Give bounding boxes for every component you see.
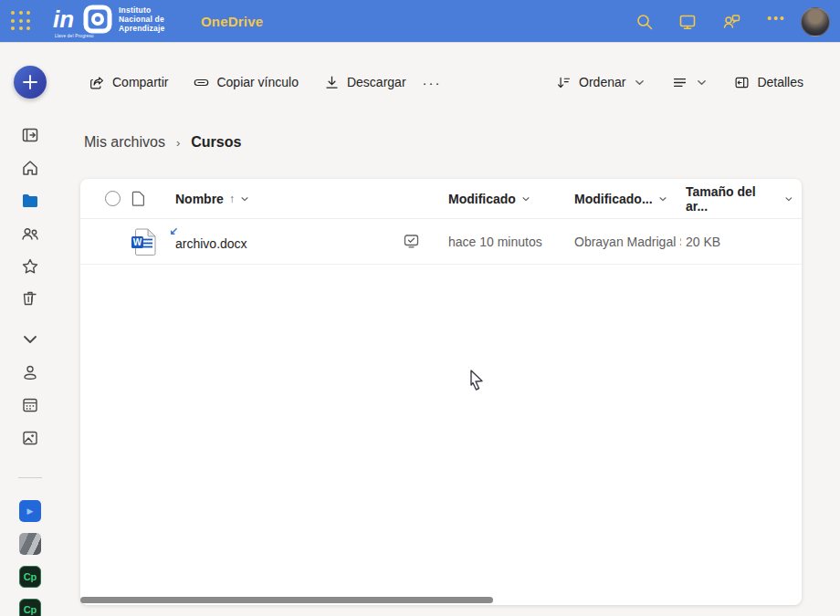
download-icon bbox=[324, 75, 340, 90]
ina-logo[interactable]: in Instituto Nacional de Aprendizaje bbox=[53, 4, 164, 35]
file-row-archivo-docx[interactable]: W archivo.docx hace 10 minutos Obraya bbox=[80, 219, 802, 265]
top-app-bar: in Instituto Nacional de Aprendizaje Lla… bbox=[0, 0, 840, 43]
modified-header-label: Modificado bbox=[448, 192, 516, 206]
list-view-icon bbox=[672, 75, 688, 90]
toolbar-more-button[interactable]: ··· bbox=[415, 71, 449, 94]
chevron-down-icon bbox=[784, 194, 793, 204]
search-icon[interactable] bbox=[635, 13, 654, 31]
table-header-row: Nombre ↑ Modificado Modificado... Tamaño… bbox=[80, 179, 802, 219]
onedrive-window: in Instituto Nacional de Aprendizaje Lla… bbox=[0, 0, 840, 616]
copy-link-label: Copiar vínculo bbox=[216, 75, 299, 89]
expand-panel-icon[interactable] bbox=[21, 126, 39, 144]
breadcrumb-my-files[interactable]: Mis archivos bbox=[84, 134, 165, 151]
captivate-app-tile-2[interactable]: Cp bbox=[19, 599, 41, 616]
column-header-name[interactable]: Nombre ↑ bbox=[175, 179, 404, 218]
photo-thumbnail-tile[interactable] bbox=[19, 533, 41, 555]
app-title: OneDrive bbox=[201, 14, 263, 29]
breadcrumb: Mis archivos › Cursos bbox=[84, 134, 241, 151]
svg-text:in: in bbox=[53, 5, 74, 33]
person-icon[interactable] bbox=[21, 363, 39, 381]
download-button[interactable]: Descargar bbox=[315, 71, 415, 94]
chevron-down-icon[interactable] bbox=[21, 330, 39, 349]
sort-ascending-icon: ↑ bbox=[229, 193, 235, 205]
chevron-down-icon bbox=[635, 78, 645, 88]
chevron-down-icon bbox=[521, 194, 530, 204]
details-button[interactable]: Detalles bbox=[725, 71, 813, 94]
column-header-modified-by[interactable]: Modificado... bbox=[574, 179, 681, 218]
file-size: 20 KB bbox=[686, 235, 720, 249]
ina-slogan: Llave del Progreso bbox=[55, 34, 94, 38]
file-modified-time: hace 10 minutos bbox=[448, 235, 542, 249]
horizontal-scrollbar[interactable] bbox=[80, 597, 493, 603]
size-header-label: Tamaño del ar... bbox=[686, 184, 779, 214]
file-modified-by: Obrayan Madrigal S bbox=[574, 235, 681, 249]
add-new-button[interactable] bbox=[14, 66, 47, 99]
recycle-bin-icon[interactable] bbox=[21, 289, 39, 308]
command-toolbar: Compartir Copiar vínculo Descargar ··· bbox=[80, 68, 813, 97]
chevron-down-icon bbox=[697, 78, 707, 88]
more-options-icon[interactable]: ••• bbox=[767, 11, 786, 26]
stream-app-tile[interactable]: ▶ bbox=[19, 500, 41, 522]
sort-button[interactable]: Ordenar bbox=[547, 71, 654, 94]
file-list-card: Nombre ↑ Modificado Modificado... Tamaño… bbox=[80, 179, 802, 605]
sync-status-icon[interactable] bbox=[404, 234, 419, 249]
file-name[interactable]: archivo.docx bbox=[175, 236, 247, 251]
photos-icon[interactable] bbox=[21, 429, 39, 447]
share-icon bbox=[89, 75, 105, 90]
word-file-icon: W bbox=[131, 228, 156, 256]
share-button[interactable]: Compartir bbox=[80, 71, 177, 94]
stream-glyph: ▶ bbox=[27, 506, 34, 516]
account-avatar[interactable] bbox=[801, 7, 830, 37]
details-label: Detalles bbox=[757, 75, 803, 89]
favorites-star-icon[interactable] bbox=[21, 257, 39, 276]
column-header-modified[interactable]: Modificado bbox=[448, 179, 558, 218]
ina-logo-text: Instituto Nacional de Aprendizaje bbox=[119, 5, 164, 33]
sort-icon bbox=[556, 75, 572, 90]
home-icon[interactable] bbox=[21, 159, 39, 177]
share-label: Compartir bbox=[112, 75, 168, 89]
view-selector-button[interactable] bbox=[663, 71, 716, 94]
svg-text:W: W bbox=[133, 237, 142, 247]
chevron-down-icon bbox=[240, 194, 249, 204]
breadcrumb-current-folder: Cursos bbox=[191, 134, 241, 151]
captivate-glyph-2: Cp bbox=[24, 604, 37, 615]
shared-people-icon[interactable] bbox=[21, 224, 39, 243]
select-all-checkbox[interactable] bbox=[105, 191, 121, 206]
modified-by-header-label: Modificado... bbox=[574, 192, 653, 206]
device-monitor-icon[interactable] bbox=[678, 13, 697, 31]
ina-logo-mark: in bbox=[53, 4, 115, 35]
left-navigation-rail: ▶ Cp Cp bbox=[0, 43, 60, 616]
captivate-app-tile[interactable]: Cp bbox=[19, 566, 41, 588]
breadcrumb-separator: › bbox=[176, 136, 180, 150]
app-launcher-waffle-icon[interactable] bbox=[11, 11, 32, 32]
captivate-glyph: Cp bbox=[24, 571, 37, 582]
file-type-column-icon[interactable] bbox=[131, 191, 146, 207]
link-icon bbox=[194, 75, 209, 90]
details-pane-icon bbox=[734, 75, 750, 90]
name-header-label: Nombre bbox=[175, 192, 224, 206]
rail-divider bbox=[18, 477, 42, 478]
my-files-folder-icon[interactable] bbox=[21, 192, 39, 210]
feedback-people-icon[interactable] bbox=[722, 13, 740, 31]
column-header-size[interactable]: Tamaño del ar... bbox=[686, 179, 793, 218]
download-label: Descargar bbox=[347, 75, 406, 89]
copy-link-button[interactable]: Copiar vínculo bbox=[184, 71, 308, 94]
sort-label: Ordenar bbox=[579, 75, 625, 89]
chevron-down-icon bbox=[658, 194, 667, 204]
browse-by-icon[interactable] bbox=[21, 396, 39, 414]
